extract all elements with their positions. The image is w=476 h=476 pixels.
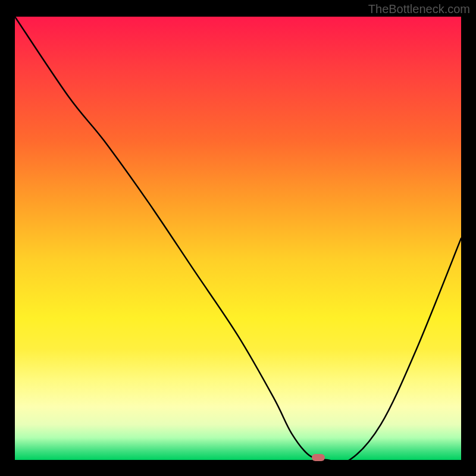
plot-area bbox=[15, 17, 461, 460]
watermark-text: TheBottleneck.com bbox=[368, 2, 470, 16]
bottleneck-curve bbox=[15, 17, 461, 460]
curve-svg bbox=[15, 17, 461, 460]
marker-dot bbox=[312, 454, 325, 461]
